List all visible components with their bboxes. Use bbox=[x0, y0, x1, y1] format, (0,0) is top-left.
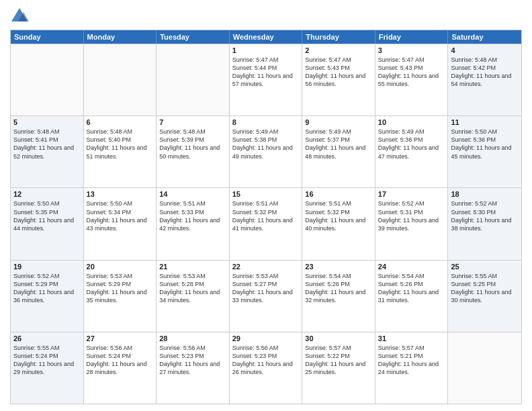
cell-details: Sunrise: 5:47 AMSunset: 5:44 PMDaylight:… bbox=[232, 56, 300, 89]
calendar-week: 1Sunrise: 5:47 AMSunset: 5:44 PMDaylight… bbox=[11, 44, 521, 116]
calendar-cell: 16Sunrise: 5:51 AMSunset: 5:32 PMDayligh… bbox=[302, 188, 375, 259]
calendar-cell: 21Sunrise: 5:53 AMSunset: 5:28 PMDayligh… bbox=[157, 261, 230, 332]
calendar-cell: 2Sunrise: 5:47 AMSunset: 5:43 PMDaylight… bbox=[302, 44, 375, 116]
calendar-cell bbox=[84, 44, 157, 116]
calendar-cell: 14Sunrise: 5:51 AMSunset: 5:33 PMDayligh… bbox=[157, 188, 230, 259]
cell-details: Sunrise: 5:50 AMSunset: 5:34 PMDaylight:… bbox=[87, 199, 154, 232]
day-number: 24 bbox=[378, 263, 445, 271]
cell-details: Sunrise: 5:48 AMSunset: 5:41 PMDaylight:… bbox=[13, 128, 81, 161]
calendar-cell: 22Sunrise: 5:53 AMSunset: 5:27 PMDayligh… bbox=[230, 261, 303, 332]
calendar-header-cell: Thursday bbox=[302, 30, 375, 44]
cell-details: Sunrise: 5:57 AMSunset: 5:22 PMDaylight:… bbox=[305, 344, 372, 377]
day-number: 8 bbox=[232, 118, 300, 126]
calendar-cell: 27Sunrise: 5:56 AMSunset: 5:24 PMDayligh… bbox=[84, 332, 157, 404]
calendar-cell bbox=[157, 44, 230, 116]
calendar-cell: 18Sunrise: 5:52 AMSunset: 5:30 PMDayligh… bbox=[448, 188, 521, 259]
cell-details: Sunrise: 5:56 AMSunset: 5:23 PMDaylight:… bbox=[159, 344, 226, 377]
day-number: 22 bbox=[232, 263, 300, 271]
day-number: 21 bbox=[159, 263, 226, 271]
calendar-header-cell: Tuesday bbox=[157, 30, 230, 44]
cell-details: Sunrise: 5:47 AMSunset: 5:43 PMDaylight:… bbox=[378, 56, 445, 89]
calendar-cell: 9Sunrise: 5:49 AMSunset: 5:37 PMDaylight… bbox=[302, 116, 375, 187]
page: SundayMondayTuesdayWednesdayThursdayFrid… bbox=[0, 0, 532, 411]
day-number: 2 bbox=[305, 46, 372, 54]
day-number: 6 bbox=[87, 118, 154, 126]
calendar-cell: 5Sunrise: 5:48 AMSunset: 5:41 PMDaylight… bbox=[11, 116, 84, 187]
cell-details: Sunrise: 5:50 AMSunset: 5:36 PMDaylight:… bbox=[451, 128, 519, 161]
calendar-cell: 24Sunrise: 5:54 AMSunset: 5:26 PMDayligh… bbox=[375, 261, 449, 332]
day-number: 10 bbox=[378, 118, 445, 126]
calendar-cell: 7Sunrise: 5:48 AMSunset: 5:39 PMDaylight… bbox=[157, 116, 230, 187]
calendar-cell: 4Sunrise: 5:48 AMSunset: 5:42 PMDaylight… bbox=[448, 44, 521, 116]
calendar-cell: 23Sunrise: 5:54 AMSunset: 5:26 PMDayligh… bbox=[302, 261, 375, 332]
cell-details: Sunrise: 5:56 AMSunset: 5:23 PMDaylight:… bbox=[232, 344, 300, 377]
logo bbox=[10, 7, 32, 26]
day-number: 19 bbox=[13, 263, 81, 271]
day-number: 14 bbox=[159, 190, 226, 198]
cell-details: Sunrise: 5:55 AMSunset: 5:25 PMDaylight:… bbox=[451, 272, 519, 305]
cell-details: Sunrise: 5:52 AMSunset: 5:29 PMDaylight:… bbox=[13, 272, 81, 305]
cell-details: Sunrise: 5:53 AMSunset: 5:28 PMDaylight:… bbox=[159, 272, 226, 305]
cell-details: Sunrise: 5:55 AMSunset: 5:24 PMDaylight:… bbox=[13, 344, 81, 377]
day-number: 3 bbox=[378, 46, 445, 54]
cell-details: Sunrise: 5:56 AMSunset: 5:24 PMDaylight:… bbox=[87, 344, 154, 377]
cell-details: Sunrise: 5:49 AMSunset: 5:36 PMDaylight:… bbox=[378, 128, 445, 161]
calendar-week: 5Sunrise: 5:48 AMSunset: 5:41 PMDaylight… bbox=[11, 116, 521, 187]
calendar-cell: 25Sunrise: 5:55 AMSunset: 5:25 PMDayligh… bbox=[448, 261, 521, 332]
calendar-cell: 8Sunrise: 5:49 AMSunset: 5:38 PMDaylight… bbox=[230, 116, 303, 187]
calendar-cell: 15Sunrise: 5:51 AMSunset: 5:32 PMDayligh… bbox=[230, 188, 303, 259]
cell-details: Sunrise: 5:52 AMSunset: 5:31 PMDaylight:… bbox=[378, 199, 445, 232]
cell-details: Sunrise: 5:53 AMSunset: 5:27 PMDaylight:… bbox=[232, 272, 300, 305]
cell-details: Sunrise: 5:52 AMSunset: 5:30 PMDaylight:… bbox=[451, 199, 519, 232]
cell-details: Sunrise: 5:54 AMSunset: 5:26 PMDaylight:… bbox=[305, 272, 372, 305]
day-number: 20 bbox=[87, 263, 154, 271]
calendar-week: 19Sunrise: 5:52 AMSunset: 5:29 PMDayligh… bbox=[11, 260, 521, 332]
calendar-header: SundayMondayTuesdayWednesdayThursdayFrid… bbox=[11, 30, 521, 44]
day-number: 27 bbox=[87, 334, 154, 342]
day-number: 7 bbox=[159, 118, 226, 126]
day-number: 12 bbox=[13, 190, 81, 198]
day-number: 16 bbox=[305, 190, 372, 198]
calendar-week: 12Sunrise: 5:50 AMSunset: 5:35 PMDayligh… bbox=[11, 187, 521, 259]
cell-details: Sunrise: 5:53 AMSunset: 5:29 PMDaylight:… bbox=[87, 272, 154, 305]
calendar-cell: 28Sunrise: 5:56 AMSunset: 5:23 PMDayligh… bbox=[157, 332, 230, 404]
day-number: 25 bbox=[451, 263, 519, 271]
calendar-cell: 17Sunrise: 5:52 AMSunset: 5:31 PMDayligh… bbox=[375, 188, 449, 259]
cell-details: Sunrise: 5:57 AMSunset: 5:21 PMDaylight:… bbox=[378, 344, 445, 377]
calendar-body: 1Sunrise: 5:47 AMSunset: 5:44 PMDaylight… bbox=[11, 44, 521, 404]
calendar-week: 26Sunrise: 5:55 AMSunset: 5:24 PMDayligh… bbox=[11, 332, 521, 404]
day-number: 30 bbox=[305, 334, 372, 342]
calendar-cell: 13Sunrise: 5:50 AMSunset: 5:34 PMDayligh… bbox=[84, 188, 157, 259]
calendar-cell: 10Sunrise: 5:49 AMSunset: 5:36 PMDayligh… bbox=[375, 116, 449, 187]
calendar-cell bbox=[11, 44, 84, 116]
cell-details: Sunrise: 5:49 AMSunset: 5:38 PMDaylight:… bbox=[232, 128, 300, 161]
cell-details: Sunrise: 5:54 AMSunset: 5:26 PMDaylight:… bbox=[378, 272, 445, 305]
calendar-cell: 11Sunrise: 5:50 AMSunset: 5:36 PMDayligh… bbox=[448, 116, 521, 187]
calendar-header-cell: Monday bbox=[84, 30, 157, 44]
calendar-cell: 3Sunrise: 5:47 AMSunset: 5:43 PMDaylight… bbox=[375, 44, 449, 116]
calendar-cell: 31Sunrise: 5:57 AMSunset: 5:21 PMDayligh… bbox=[375, 332, 449, 404]
cell-details: Sunrise: 5:48 AMSunset: 5:39 PMDaylight:… bbox=[159, 128, 226, 161]
header bbox=[10, 7, 522, 26]
calendar-cell: 20Sunrise: 5:53 AMSunset: 5:29 PMDayligh… bbox=[84, 261, 157, 332]
cell-details: Sunrise: 5:51 AMSunset: 5:32 PMDaylight:… bbox=[232, 199, 300, 232]
calendar-cell: 29Sunrise: 5:56 AMSunset: 5:23 PMDayligh… bbox=[230, 332, 303, 404]
calendar-header-cell: Friday bbox=[375, 30, 449, 44]
calendar-header-cell: Saturday bbox=[448, 30, 521, 44]
day-number: 9 bbox=[305, 118, 372, 126]
cell-details: Sunrise: 5:47 AMSunset: 5:43 PMDaylight:… bbox=[305, 56, 372, 89]
day-number: 13 bbox=[87, 190, 154, 198]
day-number: 28 bbox=[159, 334, 226, 342]
day-number: 26 bbox=[13, 334, 81, 342]
calendar-cell: 26Sunrise: 5:55 AMSunset: 5:24 PMDayligh… bbox=[11, 332, 84, 404]
day-number: 17 bbox=[378, 190, 445, 198]
cell-details: Sunrise: 5:50 AMSunset: 5:35 PMDaylight:… bbox=[13, 199, 81, 232]
cell-details: Sunrise: 5:48 AMSunset: 5:42 PMDaylight:… bbox=[451, 56, 519, 89]
day-number: 5 bbox=[13, 118, 81, 126]
day-number: 29 bbox=[232, 334, 300, 342]
calendar-cell: 12Sunrise: 5:50 AMSunset: 5:35 PMDayligh… bbox=[11, 188, 84, 259]
calendar: SundayMondayTuesdayWednesdayThursdayFrid… bbox=[10, 30, 522, 404]
calendar-cell: 30Sunrise: 5:57 AMSunset: 5:22 PMDayligh… bbox=[302, 332, 375, 404]
day-number: 15 bbox=[232, 190, 300, 198]
day-number: 23 bbox=[305, 263, 372, 271]
